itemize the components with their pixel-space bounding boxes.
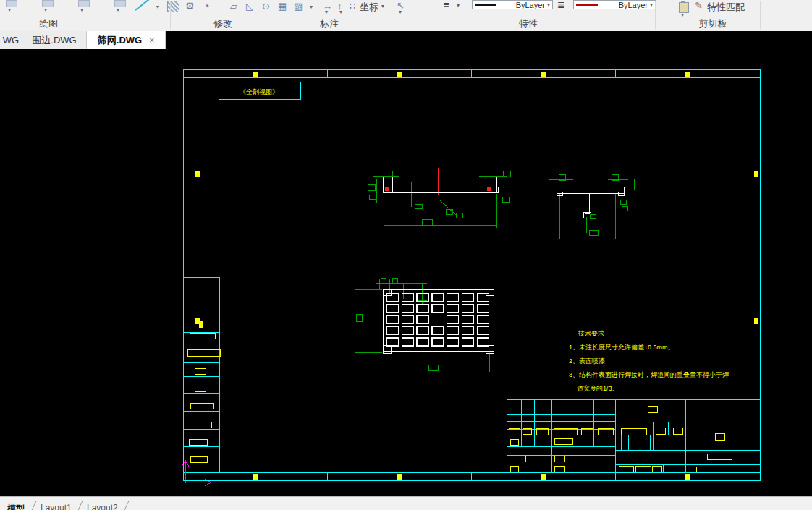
cad-rect <box>187 349 220 356</box>
cad-rect <box>368 184 375 190</box>
mesh-hole <box>417 305 428 313</box>
linetype-value: ByLayer <box>601 1 650 9</box>
tab-separator <box>124 501 130 510</box>
cad-rect <box>673 428 682 434</box>
drawing-area[interactable]: 《全剖视图》技术要求1、未注长度尺寸允许偏差±0.5mm。2、表面喷漆3、结构件… <box>0 49 812 496</box>
cad-rect <box>707 454 732 459</box>
hatch-icon[interactable] <box>167 1 179 12</box>
scale-icon[interactable]: ▱ <box>230 1 237 11</box>
dropdown-caret[interactable]: ▾ <box>325 9 328 15</box>
mesh-hole <box>477 315 489 323</box>
mesh-hole <box>462 338 474 346</box>
cad-rect <box>589 230 598 235</box>
cad-rect <box>510 466 518 472</box>
file-tab-bar: WG 围边.DWG 筛网.DWG × <box>0 31 812 49</box>
cad-rect <box>397 474 402 480</box>
gear-icon[interactable]: ⚙ <box>185 1 195 11</box>
cad-text: 《全剖视图》 <box>240 88 279 95</box>
cad-rect <box>486 289 494 295</box>
panel-label-clipboard: 剪切板 <box>699 17 727 30</box>
close-tab-icon[interactable]: × <box>149 35 154 46</box>
trim-icon[interactable]: ◺ <box>246 1 253 11</box>
cad-rect <box>715 433 724 440</box>
line-tool-icon[interactable] <box>134 0 151 12</box>
cad-rect <box>554 456 564 462</box>
mesh-hole <box>462 315 474 323</box>
cad-text: 道宽度的1/3。 <box>577 385 619 392</box>
cad-rect <box>541 72 546 77</box>
cad-rect <box>754 318 758 324</box>
drawing-canvas[interactable]: 《全剖视图》技术要求1、未注长度尺寸允许偏差±0.5mm。2、表面喷漆3、结构件… <box>0 49 812 496</box>
dropdown-caret[interactable]: ▾ <box>310 4 313 10</box>
color-combobox[interactable]: ByLayer ▾ <box>472 0 553 9</box>
cad-text: 3、结构件表面进行焊接时，焊道间的重叠量不得小于焊 <box>569 371 729 378</box>
dropdown-caret[interactable]: ▾ <box>80 7 83 13</box>
cad-rect <box>190 403 213 409</box>
dropdown-caret[interactable]: ▾ <box>399 9 402 15</box>
edit-polyline-icon[interactable]: ▨ <box>294 1 303 11</box>
rotate-icon[interactable]: ⊙ <box>262 1 270 11</box>
file-tab-weibian[interactable]: 围边.DWG <box>22 31 87 49</box>
cad-rect <box>685 474 690 480</box>
linetype-icon[interactable]: ≣ <box>557 0 565 9</box>
dropdown-caret[interactable]: ▾ <box>8 7 11 13</box>
mesh-hole <box>387 327 399 335</box>
tab-separator <box>77 501 83 510</box>
layout-tab-bar: 模型 Layout1 Layout2 <box>0 496 812 510</box>
dropdown-caret[interactable]: ▾ <box>381 4 384 9</box>
linetype-combobox[interactable]: ByLayer ▾ <box>573 0 656 9</box>
lineweight-icon[interactable]: ≡ <box>444 0 449 9</box>
panel-separator <box>170 1 171 29</box>
cad-rect <box>672 441 680 446</box>
cad-rect <box>541 474 546 480</box>
mesh-hole <box>432 294 444 302</box>
cad-rect <box>195 386 206 391</box>
dropdown-caret[interactable]: ▾ <box>117 7 119 13</box>
file-tab-shaiwang-active[interactable]: 筛网.DWG × <box>87 31 166 49</box>
mesh-hole <box>402 294 413 302</box>
mesh-hole <box>462 294 474 302</box>
cad-circle <box>436 195 441 200</box>
dropdown-caret[interactable]: ▾ <box>457 3 460 9</box>
mesh-hole <box>477 338 489 346</box>
tab-model[interactable]: 模型 <box>7 503 25 510</box>
file-tab-label: 筛网.DWG <box>98 34 142 47</box>
color-value: ByLayer <box>500 1 547 9</box>
dropdown-caret[interactable]: ▾ <box>339 9 342 15</box>
region-icon[interactable]: ◔ <box>203 1 209 11</box>
mesh-hole <box>402 305 413 313</box>
file-tab-wg[interactable]: WG <box>0 31 22 49</box>
mesh-hole <box>432 305 444 313</box>
tab-layout2[interactable]: Layout2 <box>87 503 118 510</box>
panel-separator <box>655 1 656 29</box>
panel-label-modify: 修改 <box>213 17 232 30</box>
cad-rect <box>199 321 203 328</box>
panel-label-annotate: 标注 <box>320 17 339 30</box>
mesh-hole <box>387 305 399 313</box>
dropdown-caret[interactable]: ▾ <box>681 12 684 18</box>
cad-rect <box>253 474 258 480</box>
match-properties-button[interactable]: 特性匹配 <box>707 1 745 14</box>
cad-rect <box>554 466 564 472</box>
mesh-hole <box>447 327 459 335</box>
tab-separator <box>31 501 37 510</box>
cad-rect <box>369 195 376 199</box>
cad-rect <box>392 278 397 283</box>
panel-separator <box>392 1 392 29</box>
coordinate-icon[interactable]: ∷ <box>350 1 355 11</box>
mesh-hole <box>432 327 444 335</box>
dropdown-caret[interactable]: ▾ <box>44 7 47 13</box>
coordinates-button[interactable]: 坐标 <box>360 1 378 14</box>
cad-rect <box>356 314 362 321</box>
dropdown-caret[interactable]: ▾ <box>156 4 159 10</box>
mesh-hole <box>417 327 428 335</box>
match-properties-icon[interactable]: ✎ <box>695 1 703 10</box>
cad-rect <box>622 206 627 211</box>
mesh-hole <box>447 305 459 313</box>
tab-layout1[interactable]: Layout1 <box>41 503 72 510</box>
color-swatch <box>475 4 496 6</box>
cad-rect <box>621 428 646 435</box>
cad-line <box>205 483 211 486</box>
cad-rect <box>620 200 626 204</box>
panel-separator <box>279 1 279 29</box>
